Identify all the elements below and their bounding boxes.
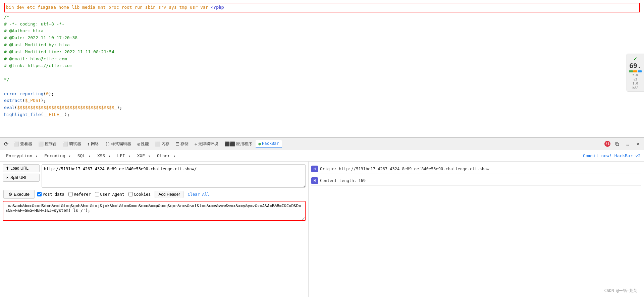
user-agent-checkbox-label[interactable]: User Agent <box>95 192 124 197</box>
application-icon: ⬛⬛ <box>224 141 235 146</box>
cookies-checkbox-label[interactable]: Cookies <box>128 192 151 197</box>
encoding-arrow-icon: ▾ <box>69 154 71 158</box>
tab-hackbar[interactable]: ● HackBar <box>256 140 281 148</box>
tab-performance-label: 性能 <box>141 141 149 147</box>
xss-arrow-icon: ▾ <box>108 154 110 158</box>
split-url-button[interactable]: ✂ Split URL <box>3 174 40 182</box>
post-data-input[interactable]: =a&a=b&b=c&c=d&d=e&e=f&f=g&g=h&h=i&i=j&j… <box>3 201 306 221</box>
post-data-checkbox-label[interactable]: Post data <box>37 192 64 197</box>
execute-button[interactable]: ⚙ Execute <box>3 190 35 199</box>
devtools-right-actions: ! 1 ⧉ … ✕ <box>604 139 642 148</box>
tab-memory[interactable]: ⬜ 内存 <box>152 140 172 148</box>
close-devtools-button[interactable]: ✕ <box>634 140 642 148</box>
tab-inspector[interactable]: ⬜ 查看器 <box>11 140 35 148</box>
content-length-header-badge: H <box>311 177 318 184</box>
referer-checkbox[interactable] <box>68 192 73 196</box>
menu-encoding[interactable]: Encoding ▾ <box>42 152 73 159</box>
hackbar-left-panel: ⬆ Load URL ✂ Split URL http://5131be17-4… <box>0 162 309 297</box>
tab-style-editor-label: 样式编辑器 <box>111 141 131 147</box>
execute-icon: ⚙ <box>8 192 12 197</box>
storage-icon: ☰ <box>175 141 179 146</box>
sql-arrow-icon: ▾ <box>89 154 91 158</box>
load-url-icon: ⬆ <box>6 166 9 171</box>
hackbar-icon: ● <box>258 141 261 146</box>
tab-debugger-label: 调试器 <box>69 141 81 147</box>
dir-listing: bin dev etc f1agaaa home lib media mnt p… <box>6 5 211 10</box>
new-window-button[interactable]: ⧉ <box>612 139 622 148</box>
commit-now-button[interactable]: Commit now! HackBar v2 <box>583 153 641 158</box>
php-tag: <?php <box>211 5 224 10</box>
hackbar-panel: Encryption ▾ Encoding ▾ SQL ▾ XSS ▾ LFI … <box>0 150 644 297</box>
tab-storage[interactable]: ☰ 存储 <box>173 140 191 148</box>
tab-network[interactable]: ↕ 网络 <box>85 140 102 148</box>
tab-storage-label: 存储 <box>180 141 189 147</box>
hackbar-right-panel: H Origin: http://5131be17-4267-4324-8e89… <box>309 162 644 297</box>
performance-icon: ◎ <box>137 141 140 146</box>
menu-other[interactable]: Other ▾ <box>154 152 178 159</box>
watermark: CSDN @一纸·荒芜 <box>604 288 637 294</box>
tab-memory-label: 内存 <box>161 141 169 147</box>
more-options-button[interactable]: … <box>624 140 632 148</box>
debugger-icon: ⬜ <box>63 141 68 146</box>
tab-console[interactable]: ⬜ 控制台 <box>36 140 59 148</box>
error-badge: ! 1 <box>604 141 610 147</box>
hackbar-main: ⬆ Load URL ✂ Split URL http://5131be17-4… <box>0 162 644 297</box>
controls-row: ⚙ Execute Post data Referer User Agent <box>3 190 306 199</box>
tab-style-editor[interactable]: {} 样式编辑器 <box>102 140 134 148</box>
tab-application[interactable]: ⬛⬛ 应用程序 <box>222 140 255 148</box>
url-row: ⬆ Load URL ✂ Split URL http://5131be17-4… <box>3 164 306 188</box>
xxe-arrow-icon: ▾ <box>148 154 150 158</box>
error-icon: ! <box>605 142 608 146</box>
user-agent-checkbox[interactable] <box>95 192 99 196</box>
score-bars <box>629 70 642 72</box>
comment-block: /* # -*- coding: utf-8 -*- # @Author: hl… <box>4 14 640 83</box>
cookies-checkbox[interactable] <box>128 192 133 196</box>
tab-network-label: 网络 <box>91 141 99 147</box>
memory-icon: ⬜ <box>155 141 160 146</box>
lfi-arrow-icon: ▾ <box>128 154 130 158</box>
other-arrow-icon: ▾ <box>173 154 175 158</box>
network-icon: ↕ <box>87 141 90 146</box>
score-bar-orange <box>633 70 637 72</box>
menu-xxe[interactable]: XXE ▾ <box>135 152 153 159</box>
code-area: bin dev etc f1agaaa home lib media mnt p… <box>0 0 644 137</box>
add-header-button[interactable]: Add Header <box>155 191 183 198</box>
error-count: 1 <box>607 142 610 146</box>
url-input[interactable]: http://5131be17-4267-4324-8e89-eef840e53… <box>42 164 306 188</box>
menu-xss[interactable]: XSS ▾ <box>95 152 113 159</box>
accessibility-icon: ✛ <box>195 141 197 146</box>
origin-header-value: http://5131be17-4267-4324-8e89-eef840e53… <box>339 167 489 171</box>
origin-header-key: Origin: <box>320 167 337 171</box>
post-data-checkbox[interactable] <box>37 192 42 196</box>
score-detail: 5.0v21.0NA/ <box>629 73 642 90</box>
tab-accessibility-label: 无障碍环境 <box>198 141 218 147</box>
load-url-button[interactable]: ⬆ Load URL <box>3 164 40 172</box>
origin-header-badge: H <box>311 166 318 172</box>
menu-sql[interactable]: SQL ▾ <box>75 152 93 159</box>
menu-encryption[interactable]: Encryption ▾ <box>3 152 40 159</box>
score-bar-blue <box>638 70 642 72</box>
score-badge: ✓ 69. 5.0v21.0NA/ <box>627 54 644 92</box>
clear-all-link[interactable]: Clear All <box>187 192 209 197</box>
tab-hackbar-label: HackBar <box>262 141 279 146</box>
referer-checkbox-label[interactable]: Referer <box>68 192 91 197</box>
inspector-icon: ⬜ <box>14 141 19 146</box>
origin-header-row: H Origin: http://5131be17-4267-4324-8e89… <box>311 164 641 174</box>
devtools-bar: ⟳ ⬜ 查看器 ⬜ 控制台 ⬜ 调试器 ↕ 网络 {} 样式编辑器 ◎ 性能 ⬜… <box>0 137 644 150</box>
php-code: error_reporting(0); extract($_POST); eva… <box>4 91 640 118</box>
console-icon: ⬜ <box>38 141 44 146</box>
tab-performance[interactable]: ◎ 性能 <box>135 140 152 148</box>
devtools-inspector-icon[interactable]: ⟳ <box>2 139 10 148</box>
menu-lfi[interactable]: LFI ▾ <box>114 152 133 159</box>
tab-debugger[interactable]: ⬜ 调试器 <box>60 140 84 148</box>
checkbox-row: Post data Referer User Agent Cookies A <box>37 191 210 198</box>
first-line-highlight: bin dev etc f1agaaa home lib media mnt p… <box>4 3 640 12</box>
content-length-header-key: Content-Length: <box>320 178 356 183</box>
encryption-arrow-icon: ▾ <box>36 154 38 158</box>
url-action-buttons: ⬆ Load URL ✂ Split URL <box>3 164 40 182</box>
content-length-header-row: H Content-Length: 169 <box>311 176 641 186</box>
hackbar-toolbar: Encryption ▾ Encoding ▾ SQL ▾ XSS ▾ LFI … <box>0 150 644 162</box>
tab-accessibility[interactable]: ✛ 无障碍环境 <box>192 140 221 148</box>
score-bar-green <box>629 70 633 72</box>
post-data-row: =a&a=b&b=c&c=d&d=e&e=f&f=g&g=h&h=i&i=j&j… <box>3 201 306 297</box>
